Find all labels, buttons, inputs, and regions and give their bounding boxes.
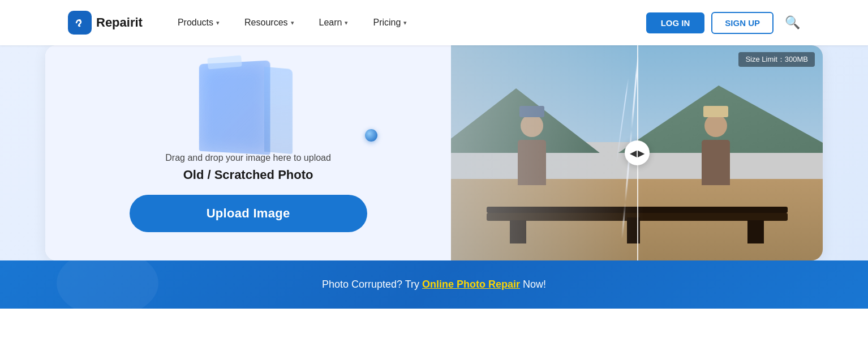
chevron-down-icon: ▾ [345, 19, 348, 27]
blue-orb-decoration [365, 129, 377, 142]
login-button[interactable]: LOG IN [646, 12, 705, 33]
product-illustration [174, 51, 298, 164]
bottom-suffix: Now! [520, 279, 546, 290]
size-limit-badge: Size Limit：300MB [738, 52, 815, 67]
nav-item-resources[interactable]: Resources ▾ [232, 18, 306, 28]
svg-point-1 [79, 19, 81, 22]
chevron-down-icon: ▾ [403, 19, 407, 27]
nav-item-pricing[interactable]: Pricing ▾ [360, 18, 419, 28]
comparison-slider[interactable]: ◀ ▶ [625, 140, 650, 165]
arrow-right-icon: ▶ [638, 148, 644, 159]
logo-icon [68, 11, 92, 35]
bottom-prefix: Photo Corrupted? Try [322, 279, 422, 290]
nav-actions: LOG IN SIGN UP 🔍 [646, 12, 800, 34]
signup-button[interactable]: SIGN UP [711, 12, 774, 34]
nav-menu: Products ▾ Resources ▾ Learn ▾ Pricing ▾ [165, 18, 646, 28]
online-photo-repair-link[interactable]: Online Photo Repair [422, 279, 520, 290]
photo-scene: ◀ ▶ Size Limit：300MB [451, 45, 823, 260]
main-section: Drag and drop your image here to upload … [0, 45, 868, 260]
photo-comparison-panel: ◀ ▶ Size Limit：300MB [451, 45, 823, 260]
chevron-down-icon: ▾ [291, 19, 294, 27]
logo-text: Repairit [96, 15, 143, 30]
crystal-panel-main [199, 60, 270, 155]
search-icon: 🔍 [785, 15, 800, 29]
svg-point-0 [72, 15, 87, 30]
photo-type-label: Old / Scratched Photo [165, 168, 331, 182]
logo[interactable]: Repairit [68, 11, 143, 35]
slider-arrows-icon: ◀ ▶ [630, 148, 644, 159]
nav-item-products[interactable]: Products ▾ [165, 18, 232, 28]
upload-image-button[interactable]: Upload Image [130, 195, 367, 232]
search-button[interactable]: 🔍 [785, 15, 800, 30]
crystal-panel-side [264, 67, 293, 154]
arrow-left-icon: ◀ [630, 148, 637, 159]
bottom-section: Photo Corrupted? Try Online Photo Repair… [0, 260, 868, 309]
content-card: Drag and drop your image here to upload … [45, 45, 823, 260]
chevron-down-icon: ▾ [216, 19, 220, 27]
nav-item-learn[interactable]: Learn ▾ [307, 18, 361, 28]
upload-panel: Drag and drop your image here to upload … [45, 45, 451, 260]
navbar: Repairit Products ▾ Resources ▾ Learn ▾ … [0, 0, 868, 45]
bottom-promo-text: Photo Corrupted? Try Online Photo Repair… [0, 279, 868, 290]
